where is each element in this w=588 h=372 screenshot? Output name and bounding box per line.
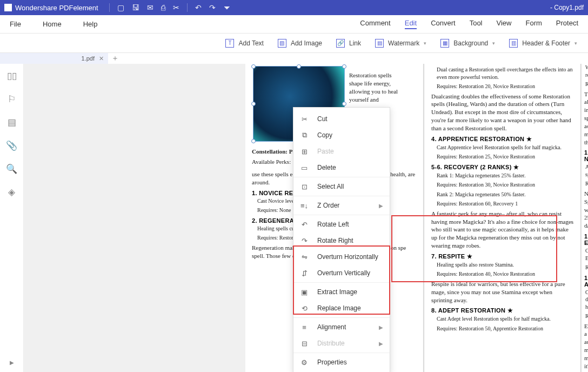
app-name: Wondershare PDFelement <box>15 4 98 12</box>
undo-icon[interactable]: ↶ <box>195 3 202 12</box>
comments-icon[interactable]: ▤ <box>8 117 16 128</box>
bookmark-icon[interactable]: ⚐ <box>8 94 16 105</box>
tab-label: 1.pdf <box>82 55 95 62</box>
sidebar: ▯▯ ⚐ ▤ 📎 🔍 ◈ ▶ <box>0 64 24 372</box>
redo-icon[interactable]: ↷ <box>209 3 216 12</box>
more-icon[interactable]: ⏷ <box>223 3 231 12</box>
tool-watermark[interactable]: ▤Watermark ▾ <box>375 39 426 48</box>
menu-convert[interactable]: Convert <box>431 19 456 29</box>
open-icon[interactable]: ▢ <box>117 3 124 12</box>
ctx-cut[interactable]: ✂Cut <box>293 111 390 127</box>
menu-edit[interactable]: Edit <box>405 19 417 29</box>
ctx-extract-image[interactable]: ▣Extract Image <box>293 284 390 300</box>
search-icon[interactable]: 🔍 <box>6 163 17 175</box>
titlebar-tools: ▢ 🖫 ✉ ⎙ ✂ ↶ ↷ ⏷ <box>109 3 231 12</box>
workspace: ▯▯ ⚐ ▤ 📎 🔍 ◈ ▶ Restoration spells shape … <box>0 64 588 372</box>
print-icon[interactable]: ⎙ <box>161 3 165 12</box>
pdf-page: Dual casting a Restoration spell overcha… <box>425 64 581 372</box>
app-logo <box>4 4 12 11</box>
ctx-properties[interactable]: ⚙Properties <box>293 354 390 370</box>
menu-home[interactable]: Home <box>43 20 62 28</box>
menu-protect[interactable]: Protect <box>556 19 578 29</box>
edit-toolbar: TAdd Text▧Add Image🔗Link▤Watermark ▾▦Bac… <box>0 34 588 53</box>
ctx-distribute: ⊟Distribute▶ <box>293 335 390 351</box>
ctx-alignment[interactable]: ≡Alignment▶ <box>293 319 390 335</box>
title-bar: Wondershare PDFelement ▢ 🖫 ✉ ⎙ ✂ ↶ ↷ ⏷ -… <box>0 0 588 15</box>
menu-help[interactable]: Help <box>83 20 98 28</box>
title-filename: - Copy1.pdf <box>550 4 584 11</box>
document-tabs: 1.pdf ✕ ＋ <box>0 53 588 64</box>
new-tab-button[interactable]: ＋ <box>111 54 119 63</box>
ctx-paste: ⊞Paste <box>293 143 390 160</box>
ctx-overturn-horizontally[interactable]: ⇋Overturn Horizontally <box>293 249 390 265</box>
save-icon[interactable]: 🖫 <box>132 3 139 12</box>
menu-form[interactable]: Form <box>525 19 542 29</box>
menu-tool[interactable]: Tool <box>470 19 483 29</box>
tool-add-image[interactable]: ▧Add Image <box>278 39 322 48</box>
ctx-rotate-left[interactable]: ↶Rotate Left <box>293 216 390 232</box>
image-context-menu: ✂Cut⧉Copy⊞Paste▭Delete⊡Select All≡↓Z Ord… <box>293 107 390 372</box>
cut-icon[interactable]: ✂ <box>173 3 179 12</box>
ctx-overturn-vertically[interactable]: ⇵Overturn Vertically <box>293 265 390 281</box>
ctx-replace-image[interactable]: ⟲Replace Image <box>293 300 390 316</box>
expand-sidebar-icon[interactable]: ▶ <box>10 360 14 366</box>
menu-bar: FileHomeHelp CommentEditConvertToolViewF… <box>0 15 588 34</box>
mail-icon[interactable]: ✉ <box>147 3 153 12</box>
tool-link[interactable]: 🔗Link <box>336 39 361 48</box>
tool-background[interactable]: ▦Background ▾ <box>440 39 495 48</box>
tool-add-text[interactable]: TAdd Text <box>225 39 263 48</box>
page-canvas[interactable]: Restoration spells shape life energy, al… <box>24 64 588 372</box>
ctx-rotate-right[interactable]: ↷Rotate Right <box>293 232 390 249</box>
pdf-page: Wards rec Requires: This perk al incomin… <box>582 64 588 372</box>
thumbnails-icon[interactable]: ▯▯ <box>7 70 17 82</box>
document-tab[interactable]: 1.pdf ✕ <box>0 53 108 64</box>
tool-header-footer[interactable]: ▥Header & Footer ▾ <box>509 39 577 48</box>
ctx-z-order[interactable]: ≡↓Z Order▶ <box>293 197 390 214</box>
ctx-delete[interactable]: ▭Delete <box>293 160 390 176</box>
layers-icon[interactable]: ◈ <box>8 187 15 198</box>
menu-comment[interactable]: Comment <box>360 19 390 29</box>
close-tab-icon[interactable]: ✕ <box>99 55 104 62</box>
menu-view[interactable]: View <box>497 19 512 29</box>
ctx-select-all[interactable]: ⊡Select All <box>293 178 390 195</box>
attachments-icon[interactable]: 📎 <box>6 140 17 151</box>
menu-file[interactable]: File <box>10 20 21 28</box>
ctx-copy[interactable]: ⧉Copy <box>293 127 390 143</box>
